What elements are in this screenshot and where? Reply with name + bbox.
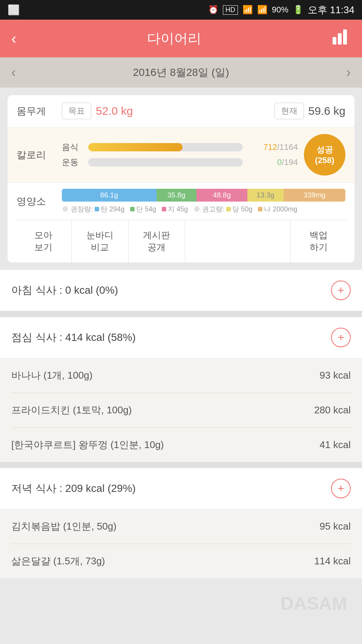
hint-fat: 지 45g	[162, 205, 188, 214]
lunch-item-3-kcal: 41 kcal	[320, 439, 351, 451]
lunch-add-button[interactable]: +	[331, 328, 351, 347]
carb-segment: 86.1g	[62, 189, 156, 202]
food-current: 712	[263, 142, 277, 152]
exercise-bar-track	[88, 158, 243, 166]
eyebody-compare-button[interactable]: 눈바디 비교	[72, 220, 128, 262]
current-date: 2016년 8월28일 (일)	[133, 65, 229, 80]
sodium-segment: 339mg	[284, 189, 345, 202]
lunch-item-3-name: [한국야쿠르트] 왕뚜껑 (1인분, 10g)	[11, 438, 164, 451]
protein-segment: 35.8g	[156, 189, 196, 202]
food-bar-row: 음식 712/1164	[62, 142, 298, 153]
date-navigation: ‹ 2016년 8월28일 (일) ›	[0, 57, 362, 88]
chart-button[interactable]	[332, 29, 351, 48]
lunch-item-1-kcal: 93 kcal	[320, 370, 351, 381]
hd-badge: HD	[223, 5, 238, 15]
food-bar-track	[88, 143, 243, 151]
lunch-item-2[interactable]: 프라이드치킨 (1토막, 100g) 280 kcal	[11, 393, 351, 428]
nutrition-hint: ※ 권장량: 탄 294g 단 54g 지 45g ※ 권고량: 당 50g 나…	[62, 205, 345, 214]
status-right: ⏰ HD 📶 📶 90% 🔋 오후 11:34	[208, 3, 354, 17]
app-icon: ⬜	[8, 4, 20, 16]
dinner-section: 저녁 식사 : 209 kcal (29%) + 김치볶음밥 (1인분, 50g…	[0, 468, 362, 578]
sugar-segment: 13.3g	[247, 189, 284, 202]
page-title: 다이어리	[16, 29, 332, 48]
dinner-title: 저녁 식사 : 209 kcal (29%)	[11, 481, 136, 496]
nutrition-section: 영양소 86.1g 35.8g 48.8g 13.3g 339mg ※ 권장량:…	[8, 183, 354, 220]
nutrition-bar-container: 86.1g 35.8g 48.8g 13.3g 339mg ※ 권장량: 탄 2…	[62, 189, 345, 214]
dinner-item-1-kcal: 95 kcal	[320, 521, 351, 532]
dinner-items: 김치볶음밥 (1인분, 50g) 95 kcal 삶은달걀 (1.5개, 73g…	[0, 509, 362, 578]
current-badge: 현재	[275, 103, 304, 119]
dinner-add-button[interactable]: +	[331, 479, 351, 498]
svg-rect-2	[343, 29, 347, 45]
nutrition-row: 영양소 86.1g 35.8g 48.8g 13.3g 339mg ※ 권장량:…	[17, 189, 345, 214]
dinner-item-2[interactable]: 삶은달걀 (1.5개, 73g) 114 kcal	[11, 544, 351, 578]
watermark: DASAM	[281, 593, 347, 614]
lunch-item-2-name: 프라이드치킨 (1토막, 100g)	[11, 404, 132, 417]
status-bar: ⬜ ⏰ HD 📶 📶 90% 🔋 오후 11:34	[0, 0, 362, 20]
calorie-bars: 음식 712/1164 운동 0/194	[62, 142, 298, 168]
lunch-item-1-name: 바나나 (1개, 100g)	[11, 369, 92, 382]
chart-icon	[332, 29, 351, 45]
exercise-total: 194	[284, 157, 298, 167]
dinner-header: 저녁 식사 : 209 kcal (29%) +	[0, 468, 362, 509]
target-badge: 목표	[62, 103, 91, 119]
hint-middle: ※ 권고량:	[193, 205, 226, 213]
breakfast-header: 아침 식사 : 0 kcal (0%) +	[0, 270, 362, 311]
dinner-item-1-name: 김치볶음밥 (1인분, 50g)	[11, 520, 117, 533]
lunch-item-3[interactable]: [한국야쿠르트] 왕뚜껑 (1인분, 10g) 41 kcal	[11, 428, 351, 462]
divider-2	[0, 462, 362, 468]
meal-sections: 아침 식사 : 0 kcal (0%) + 점심 식사 : 414 kcal (…	[0, 270, 362, 578]
lunch-title: 점심 식사 : 414 kcal (58%)	[11, 330, 136, 345]
exercise-bar-row: 운동 0/194	[62, 157, 298, 168]
calorie-success-badge: 성공 (258)	[304, 134, 345, 176]
exercise-current: 0	[277, 157, 282, 167]
status-left: ⬜	[8, 4, 20, 16]
gather-view-button[interactable]: 모아 보기	[15, 220, 72, 262]
nutrition-label: 영양소	[17, 195, 62, 208]
hint-protein: 단 54g	[130, 205, 156, 214]
app-header: ‹ 다이어리	[0, 20, 362, 57]
food-total: 1164	[279, 142, 298, 152]
time-display: 오후 11:34	[308, 3, 354, 17]
lunch-items: 바나나 (1개, 100g) 93 kcal 프라이드치킨 (1토막, 100g…	[0, 358, 362, 462]
signal-icon: 📶	[257, 5, 267, 15]
lunch-section: 점심 식사 : 414 kcal (58%) + 바나나 (1개, 100g) …	[0, 317, 362, 462]
backup-button[interactable]: 백업 하기	[291, 220, 347, 262]
svg-rect-0	[333, 37, 336, 45]
nutrition-bar: 86.1g 35.8g 48.8g 13.3g 339mg	[62, 189, 345, 202]
calorie-section: 칼로리 음식 712/1164 운동 0/194	[8, 127, 354, 183]
breakfast-add-button[interactable]: +	[331, 280, 351, 300]
dinner-item-1[interactable]: 김치볶음밥 (1인분, 50g) 95 kcal	[11, 509, 351, 544]
weight-row: 몸무게 목표 52.0 kg 현재 59.6 kg	[8, 95, 354, 127]
board-public-button[interactable]: 게시판 공개	[129, 220, 185, 262]
lunch-item-1[interactable]: 바나나 (1개, 100g) 93 kcal	[11, 358, 351, 393]
dinner-item-2-kcal: 114 kcal	[314, 555, 351, 567]
divider-1	[0, 311, 362, 317]
food-bar-values: 712/1164	[249, 142, 298, 152]
hint-prefix: ※ 권장량:	[62, 205, 95, 213]
exercise-bar-label: 운동	[62, 157, 88, 168]
lunch-header: 점심 식사 : 414 kcal (58%) +	[0, 317, 362, 358]
current-weight: 59.6 kg	[308, 105, 345, 117]
wifi-icon: 📶	[242, 5, 253, 15]
hint-carb: 탄 294g	[95, 205, 124, 214]
exercise-bar-values: 0/194	[249, 157, 298, 167]
hint-sugar: 당 50g	[226, 205, 252, 214]
back-button[interactable]: ‹	[11, 30, 16, 47]
next-date-button[interactable]: ›	[346, 65, 351, 80]
food-bar-label: 음식	[62, 142, 88, 153]
empty-slot	[185, 220, 291, 262]
food-bar-fill	[88, 143, 183, 151]
badge-line2: (258)	[315, 156, 334, 165]
badge-line1: 성공	[316, 144, 333, 156]
summary-card: 몸무게 목표 52.0 kg 현재 59.6 kg 칼로리 음식 712/116…	[8, 95, 354, 262]
calorie-label: 칼로리	[17, 148, 62, 162]
prev-date-button[interactable]: ‹	[11, 65, 16, 80]
dinner-item-2-name: 삶은달걀 (1.5개, 73g)	[11, 555, 105, 568]
hint-sodium: 나 2000mg	[258, 205, 297, 214]
fat-segment: 48.8g	[196, 189, 247, 202]
lunch-item-2-kcal: 280 kcal	[314, 404, 351, 416]
breakfast-section: 아침 식사 : 0 kcal (0%) +	[0, 270, 362, 311]
target-weight: 52.0 kg	[96, 105, 133, 117]
battery-text: 90%	[272, 5, 288, 15]
